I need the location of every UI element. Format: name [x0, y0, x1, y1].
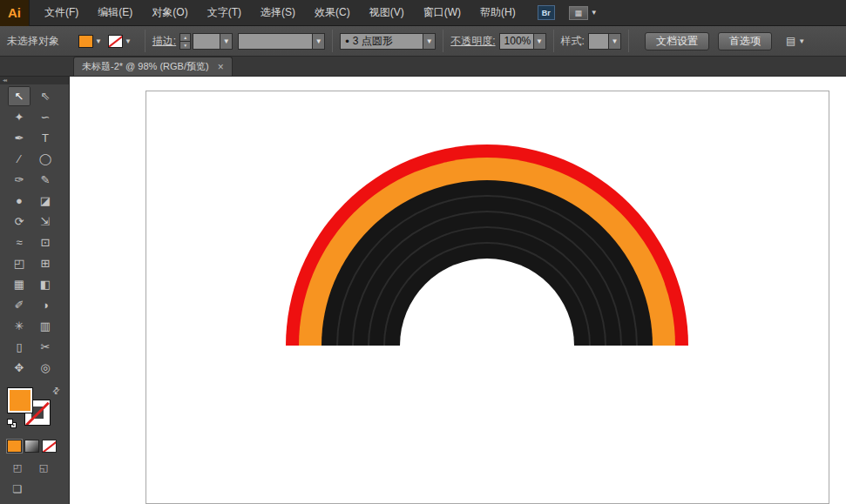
selection-status-text: 未选择对象 — [7, 34, 59, 49]
artboard-tool[interactable]: ▯ — [8, 337, 30, 357]
eraser-tool[interactable]: ◪ — [34, 191, 57, 211]
document-tab-bar: 未标题-2* @ 98% (RGB/预览) × — [0, 57, 846, 77]
none-button[interactable] — [42, 440, 57, 453]
opacity-select[interactable]: 100% ▼ — [499, 33, 546, 50]
stroke-none-swatch[interactable] — [108, 35, 123, 48]
paintbrush-tool[interactable]: ✑ — [8, 170, 30, 190]
stepper-down-icon[interactable]: ▼ — [180, 42, 190, 49]
control-bar: 未选择对象 ▼ ▼ 描边: ▲ ▼ ▼ ▼ • 3 点圆形 ▼ 不透明度: 10… — [0, 26, 846, 57]
screen-mode-row: ❏ — [7, 482, 28, 496]
mesh-tool[interactable]: ▦ — [8, 274, 30, 294]
gradient-tool[interactable]: ◧ — [34, 274, 57, 294]
chevron-down-icon[interactable]: ▼ — [95, 37, 102, 45]
width-tool[interactable]: ≈ — [8, 232, 30, 252]
menu-item[interactable]: 窗口(W) — [414, 0, 470, 25]
symbol-sprayer-tool[interactable]: ✳ — [8, 316, 30, 336]
document-tab-title: 未标题-2* @ 98% (RGB/预览) — [82, 60, 209, 73]
brush-definition-select[interactable]: • 3 点圆形 ▼ — [340, 33, 436, 50]
menu-item[interactable]: 编辑(E) — [88, 0, 142, 25]
swap-fill-stroke-icon[interactable]: ⇄ — [50, 385, 62, 397]
hand-tool[interactable]: ✥ — [8, 358, 30, 378]
line-segment-tool[interactable]: ∕ — [8, 149, 30, 169]
preferences-button[interactable]: 首选项 — [718, 32, 772, 50]
tool-grid: ↖⇖✦∽✒T∕◯✑✎●◪⟳⇲≈⊡◰⊞▦◧✐◑✳▥▯✂✥◎ — [0, 84, 69, 378]
stroke-weight-select[interactable]: ▼ — [193, 33, 233, 50]
document-tab[interactable]: 未标题-2* @ 98% (RGB/预览) × — [73, 57, 233, 76]
ellipse-tool[interactable]: ◯ — [34, 149, 57, 169]
screen-mode-icon[interactable]: ❏ — [7, 482, 28, 496]
stroke-weight-stepper[interactable]: ▲ ▼ — [179, 33, 191, 50]
fill-color-swatch[interactable] — [78, 35, 93, 48]
chevron-down-icon[interactable]: ▼ — [533, 34, 545, 49]
menu-item[interactable]: 帮助(H) — [470, 0, 525, 25]
menu-bar: Ai 文件(F)编辑(E)对象(O)文字(T)选择(S)效果(C)视图(V)窗口… — [0, 0, 846, 26]
chevron-down-icon[interactable]: ▼ — [220, 34, 232, 49]
slice-tool[interactable]: ✂ — [34, 337, 57, 357]
default-fill — [7, 419, 13, 425]
zoom-tool[interactable]: ◎ — [34, 358, 57, 378]
tool-panel-header[interactable]: ◂◂ — [0, 77, 69, 84]
width-profile-value — [239, 34, 312, 49]
draw-mode-buttons: ◰ ◱ — [7, 460, 54, 474]
panel-menu-icon: ▤ — [786, 35, 795, 47]
type-tool[interactable]: T — [34, 128, 57, 148]
scale-tool[interactable]: ⇲ — [34, 212, 57, 232]
draw-normal-icon[interactable]: ◰ — [7, 460, 28, 474]
brush-name-text: 3 点圆形 — [353, 34, 393, 49]
style-value — [589, 34, 608, 49]
selection-tool[interactable]: ↖ — [8, 86, 30, 106]
direct-selection-tool[interactable]: ⇖ — [34, 86, 57, 106]
chevron-down-icon[interactable]: ▼ — [312, 34, 324, 49]
rainbow-shape[interactable] — [70, 77, 846, 504]
rotate-tool[interactable]: ⟳ — [8, 212, 30, 232]
pencil-tool[interactable]: ✎ — [34, 170, 57, 190]
eyedropper-tool[interactable]: ✐ — [8, 295, 30, 315]
document-setup-button[interactable]: 文档设置 — [645, 32, 709, 50]
stroke-color-control[interactable]: ▼ — [108, 35, 138, 48]
blend-tool[interactable]: ◑ — [34, 295, 57, 315]
column-graph-tool[interactable]: ▥ — [34, 316, 57, 336]
bridge-icon[interactable]: Br — [538, 5, 555, 20]
close-icon[interactable]: × — [218, 61, 224, 73]
shape-builder-tool[interactable]: ◰ — [8, 253, 30, 273]
menu-item[interactable]: 对象(O) — [142, 0, 197, 25]
free-transform-tool[interactable]: ⊡ — [34, 232, 57, 252]
pen-tool[interactable]: ✒ — [8, 128, 30, 148]
chevron-down-icon[interactable]: ▼ — [125, 37, 132, 45]
width-profile-select[interactable]: ▼ — [238, 33, 325, 50]
menu-items: 文件(F)编辑(E)对象(O)文字(T)选择(S)效果(C)视图(V)窗口(W)… — [35, 0, 525, 25]
control-panel-menu[interactable]: ▤ ▼ — [786, 35, 805, 47]
chevron-down-icon[interactable]: ▼ — [423, 34, 435, 49]
menu-item[interactable]: 文字(T) — [198, 0, 251, 25]
workspace-icon: ▦ — [569, 6, 588, 20]
separator — [553, 30, 554, 52]
draw-behind-icon[interactable]: ◱ — [33, 460, 54, 474]
default-fill-stroke-icon[interactable] — [7, 419, 17, 429]
menu-item[interactable]: 效果(C) — [305, 0, 360, 25]
menu-item[interactable]: 视图(V) — [360, 0, 414, 25]
chevron-down-icon[interactable]: ▼ — [608, 34, 620, 49]
canvas-area[interactable] — [70, 77, 846, 504]
lasso-tool[interactable]: ∽ — [34, 107, 57, 127]
magic-wand-tool[interactable]: ✦ — [8, 107, 30, 127]
menu-item[interactable]: 选择(S) — [251, 0, 305, 25]
perspective-grid-tool[interactable]: ⊞ — [34, 253, 57, 273]
style-label: 样式: — [561, 34, 585, 49]
separator — [628, 30, 629, 52]
color-button[interactable] — [7, 440, 22, 453]
fill-color-control[interactable]: ▼ — [78, 35, 108, 48]
fill-indicator-swatch[interactable] — [7, 387, 33, 413]
stroke-panel-link[interactable]: 描边: — [152, 34, 176, 49]
menu-item[interactable]: 文件(F) — [35, 0, 88, 25]
blob-brush-tool[interactable]: ● — [8, 191, 30, 211]
workspace-switcher[interactable]: ▦ ▼ — [569, 6, 598, 20]
brush-preview-icon: • — [345, 35, 349, 48]
stepper-up-icon[interactable]: ▲ — [180, 34, 190, 42]
opacity-panel-link[interactable]: 不透明度: — [450, 34, 495, 49]
chevron-down-icon: ▼ — [798, 37, 805, 45]
app-logo: Ai — [0, 0, 30, 26]
style-select[interactable]: ▼ — [588, 33, 621, 50]
gradient-button[interactable] — [24, 440, 39, 453]
chevron-down-icon: ▼ — [591, 9, 598, 17]
separator — [443, 30, 443, 52]
